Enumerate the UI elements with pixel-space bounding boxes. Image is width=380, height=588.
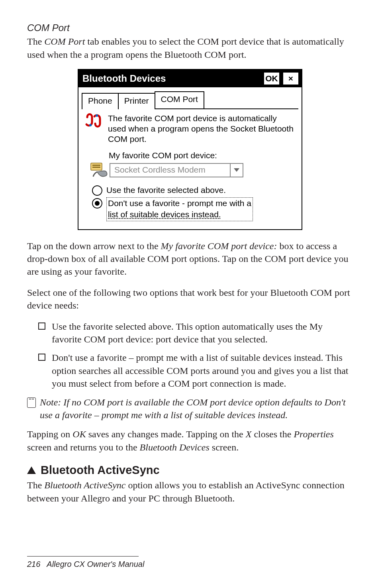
tab-printer[interactable]: Printer [118, 93, 155, 109]
radio-icon [92, 185, 102, 196]
svg-point-1 [96, 114, 98, 117]
bluetooth-activesync-paragraph: The Bluetooth ActiveSync option allows y… [27, 479, 353, 505]
pa3b: OK [72, 429, 86, 439]
pa3g: screen and returns you to the [27, 442, 140, 452]
heading-bluetooth-activesync: Bluetooth ActiveSync [27, 462, 353, 478]
radio2-line1: Don't use a favorite - prompt me with a [108, 199, 251, 208]
page-footer: 216 Allegro CX Owner's Manual [27, 556, 144, 570]
field-label: My favorite COM port device: [109, 150, 296, 161]
modem-icon [90, 162, 109, 178]
triangle-up-icon [27, 466, 36, 474]
intro-t1: The [27, 36, 44, 47]
options-list: Use the favorite selected above. This op… [27, 320, 353, 390]
pa3i: screen. [210, 442, 239, 452]
radio2-label: Don't use a favorite - prompt me with a … [106, 197, 253, 221]
dialog-title: Bluetooth Devices [82, 72, 166, 85]
para-after-dialog-3: Tapping on OK saves any changes made. Ta… [27, 428, 353, 454]
com-port-combo[interactable]: Socket Cordless Modem [110, 163, 243, 177]
heading-text: Bluetooth ActiveSync [41, 462, 160, 478]
radio-use-favorite[interactable]: Use the favorite selected above. [92, 185, 296, 196]
radio1-label: Use the favorite selected above. [106, 185, 226, 196]
intro-paragraph: The COM Port tab enables you to select t… [27, 35, 353, 61]
pa3e: closes the [251, 429, 294, 439]
com-port-icon [84, 113, 103, 128]
note-text: Note: If no COM port is available the CO… [40, 396, 353, 422]
pa1b: My favorite COM port device: [161, 241, 277, 251]
pa3f: Properties [294, 429, 333, 439]
pa3a: Tapping on [27, 429, 72, 439]
close-button[interactable]: × [282, 72, 299, 85]
pbtb: Bluetooth ActiveSync [44, 480, 125, 490]
svg-point-0 [89, 124, 92, 126]
tab-com-port[interactable]: COM Port [155, 91, 204, 108]
pbta: The [27, 480, 44, 490]
manual-title: Allegro CX Owner's Manual [47, 560, 144, 568]
para-after-dialog-2: Select one of the following two options … [27, 286, 353, 312]
titlebar: Bluetooth Devices OK × [78, 70, 302, 87]
pa3c: saves any changes made. Tapping on the [86, 429, 246, 439]
svg-rect-3 [92, 165, 100, 166]
svg-rect-4 [92, 167, 100, 168]
pa3d: X [246, 429, 252, 439]
list-item: Use the favorite selected above. This op… [38, 320, 353, 346]
ok-button[interactable]: OK [263, 72, 280, 85]
combo-value: Socket Cordless Modem [110, 164, 230, 177]
chevron-down-icon[interactable] [230, 164, 243, 177]
pa1a: Tap on the down arrow next to the [27, 241, 161, 251]
radio-prompt-me[interactable]: Don't use a favorite - prompt me with a … [92, 197, 296, 221]
note: Note: If no COM port is available the CO… [27, 396, 353, 422]
bluetooth-devices-dialog: Bluetooth Devices OK × Phone Printer COM… [78, 69, 302, 230]
section-title: COM Port [27, 22, 353, 34]
list-item: Don't use a favorite – prompt me with a … [38, 351, 353, 390]
tabs: Phone Printer COM Port [78, 87, 302, 108]
para-after-dialog-1: Tap on the down arrow next to the My fav… [27, 240, 353, 278]
tab-phone[interactable]: Phone [82, 93, 119, 109]
dialog-info-text: The favorite COM port device is automati… [108, 113, 296, 145]
radio-icon [92, 198, 102, 208]
page-number: 216 [27, 560, 40, 568]
note-icon [27, 397, 36, 408]
intro-t2: COM Port [44, 36, 85, 47]
radio2-line2: list of suitable devices instead. [108, 210, 221, 219]
pa3h: Bluetooth Devices [140, 442, 210, 452]
